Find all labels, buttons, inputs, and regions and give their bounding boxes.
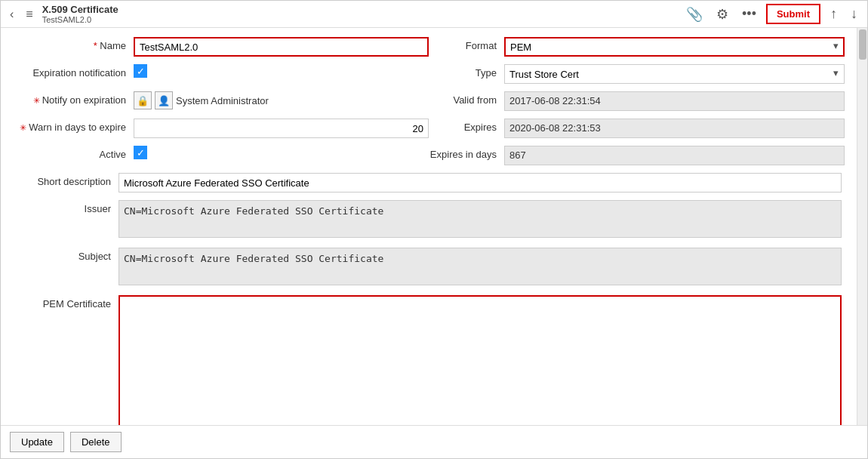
active-expiresdays-row: Active Expires in days 867	[13, 146, 845, 165]
pem-cert-label: PEM Certificate	[13, 295, 119, 310]
warn-col: Warn in days to expire 20	[13, 119, 429, 138]
issuer-textarea: CN=Microsoft Azure Federated SSO Certifi…	[119, 200, 842, 238]
notify-user-text: System Administrator	[176, 95, 269, 106]
footer: Update Delete	[1, 425, 867, 458]
paperclip-icon-button[interactable]: 📎	[682, 5, 706, 24]
short-description-label: Short description	[13, 173, 119, 187]
type-field-wrapper: Trust Store Cert	[504, 64, 845, 84]
active-checkbox[interactable]	[134, 146, 147, 159]
pem-cert-field-wrapper	[119, 295, 842, 425]
expiration-type-row: Expiration notification Type Trust Store…	[13, 64, 845, 84]
subject-textarea: CN=Microsoft Azure Federated SSO Certifi…	[119, 248, 842, 285]
notify-label: Notify on expiration	[13, 91, 134, 106]
menu-button[interactable]: ≡	[23, 6, 35, 23]
warn-expires-row: Warn in days to expire 20 Expires 2020-0…	[13, 119, 845, 138]
warn-days-label: Warn in days to expire	[13, 119, 134, 133]
type-select[interactable]: Trust Store Cert	[504, 64, 845, 84]
scrollbar-thumb[interactable]	[859, 29, 866, 60]
name-format-row: Name TestSAML2.0 Format PEM	[13, 37, 845, 57]
pem-cert-row: PEM Certificate	[13, 295, 845, 425]
type-col: Type Trust Store Cert	[429, 64, 845, 84]
warn-days-input[interactable]: 20	[134, 119, 429, 138]
header-title: X.509 Certificate TestSAML2.0	[42, 4, 119, 24]
format-col: Format PEM	[429, 37, 845, 57]
more-options-button[interactable]: •••	[738, 5, 760, 23]
lock-icon-button[interactable]: 🔒	[134, 91, 152, 109]
back-button[interactable]: ‹	[7, 6, 17, 23]
header-right: 📎 ⚙ ••• Submit ↑ ↓	[682, 4, 861, 24]
delete-button[interactable]: Delete	[70, 432, 122, 452]
validfrom-col: Valid from 2017-06-08 22:31:54	[429, 91, 845, 111]
issuer-row: Issuer CN=Microsoft Azure Federated SSO …	[13, 200, 845, 240]
down-arrow-button[interactable]: ↓	[847, 5, 861, 23]
scrollbar[interactable]	[857, 28, 867, 425]
issuer-field-wrapper: CN=Microsoft Azure Federated SSO Certifi…	[119, 200, 842, 240]
expires-in-days-value: 867	[504, 146, 845, 165]
active-checkbox-wrapper	[134, 146, 429, 159]
warn-days-field-wrapper: 20	[134, 119, 429, 138]
format-select[interactable]: PEM	[504, 37, 845, 57]
valid-from-value: 2017-06-08 22:31:54	[504, 91, 845, 111]
format-select-wrapper: PEM	[504, 37, 845, 57]
page-title-main: X.509 Certificate	[42, 4, 119, 15]
person-add-icon-button[interactable]: 👤	[155, 91, 173, 109]
expires-in-days-field-wrapper: 867	[504, 146, 845, 165]
expiration-checkbox-wrapper	[134, 64, 429, 78]
header-left: ‹ ≡ X.509 Certificate TestSAML2.0	[7, 4, 119, 24]
notify-row: 🔒 👤 System Administrator	[134, 91, 429, 109]
expires-in-days-col: Expires in days 867	[429, 146, 845, 165]
notify-validfrom-row: Notify on expiration 🔒 👤 System Administ…	[13, 91, 845, 111]
name-col: Name TestSAML2.0	[13, 37, 429, 57]
page-title-sub: TestSAML2.0	[42, 15, 119, 24]
pem-cert-textarea[interactable]	[119, 295, 842, 425]
expiration-notification-checkbox[interactable]	[134, 64, 147, 78]
subject-field-wrapper: CN=Microsoft Azure Federated SSO Certifi…	[119, 248, 842, 288]
valid-from-label: Valid from	[429, 91, 504, 106]
form-area: Name TestSAML2.0 Format PEM	[1, 28, 857, 425]
short-description-field-wrapper: Microsoft Azure Federated SSO Certificat…	[119, 173, 842, 193]
expires-col: Expires 2020-06-08 22:31:53	[429, 119, 845, 138]
valid-from-field-wrapper: 2017-06-08 22:31:54	[504, 91, 845, 111]
expires-in-days-label: Expires in days	[429, 146, 504, 160]
expires-value: 2020-06-08 22:31:53	[504, 119, 845, 138]
up-arrow-button[interactable]: ↑	[826, 5, 841, 23]
settings-icon-button[interactable]: ⚙	[713, 5, 732, 24]
format-field-wrapper: PEM	[504, 37, 845, 57]
format-label: Format	[429, 37, 504, 51]
subject-label: Subject	[13, 248, 119, 262]
main-content: Name TestSAML2.0 Format PEM	[1, 28, 867, 425]
notify-col: Notify on expiration 🔒 👤 System Administ…	[13, 91, 429, 109]
active-col: Active	[13, 146, 429, 160]
short-description-input[interactable]: Microsoft Azure Federated SSO Certificat…	[119, 173, 842, 193]
submit-button[interactable]: Submit	[766, 4, 820, 24]
active-label: Active	[13, 146, 134, 160]
header: ‹ ≡ X.509 Certificate TestSAML2.0 📎 ⚙ ••…	[1, 1, 867, 28]
expires-field-wrapper: 2020-06-08 22:31:53	[504, 119, 845, 138]
name-field-wrapper: TestSAML2.0	[134, 37, 429, 57]
subject-row: Subject CN=Microsoft Azure Federated SSO…	[13, 248, 845, 288]
issuer-label: Issuer	[13, 200, 119, 214]
name-input[interactable]: TestSAML2.0	[134, 37, 429, 57]
name-label: Name	[13, 37, 134, 51]
type-label: Type	[429, 64, 504, 79]
notify-field-wrapper: 🔒 👤 System Administrator	[134, 91, 429, 109]
update-button[interactable]: Update	[10, 432, 64, 452]
expires-label: Expires	[429, 119, 504, 133]
expiration-notification-label: Expiration notification	[13, 64, 134, 79]
type-select-wrapper: Trust Store Cert	[504, 64, 845, 84]
short-description-row: Short description Microsoft Azure Federa…	[13, 173, 845, 193]
expiration-col: Expiration notification	[13, 64, 429, 79]
